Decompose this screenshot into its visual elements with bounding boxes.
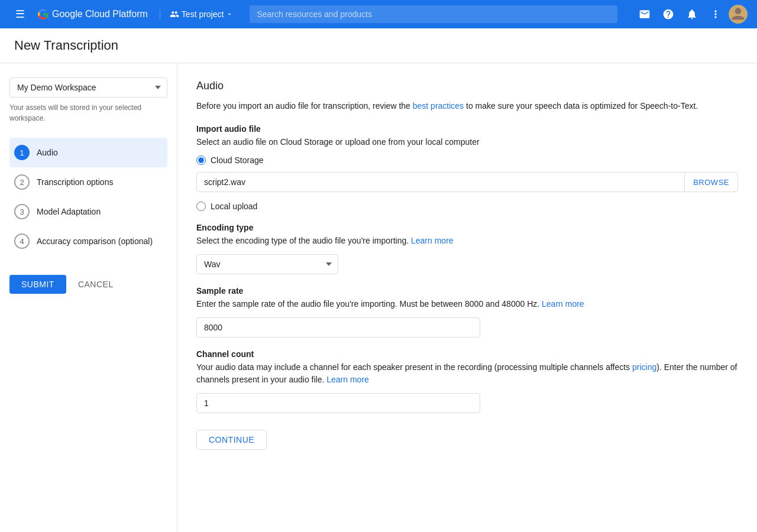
cloud-storage-radio[interactable] bbox=[196, 155, 206, 165]
browse-button[interactable]: BROWSE bbox=[684, 173, 737, 192]
notifications-button[interactable] bbox=[681, 4, 703, 25]
pricing-link[interactable]: pricing bbox=[632, 362, 656, 372]
more-button[interactable] bbox=[705, 4, 726, 25]
project-label: Test project bbox=[182, 9, 224, 19]
encoding-type-desc: Select the encoding type of the audio fi… bbox=[196, 235, 738, 247]
topbar: ☰ Google Cloud Platform Test project bbox=[0, 0, 757, 28]
sidebar-actions: SUBMIT CANCEL bbox=[9, 275, 167, 294]
user-avatar[interactable] bbox=[729, 5, 748, 24]
channel-count-desc: Your audio data may include a channel fo… bbox=[196, 361, 738, 386]
notifications-icon bbox=[686, 8, 698, 20]
project-selector[interactable]: Test project bbox=[160, 9, 234, 19]
step-label-accuracy: Accuracy comparison (optional) bbox=[37, 236, 153, 246]
project-icon bbox=[170, 9, 179, 19]
best-practices-link[interactable]: best practices bbox=[413, 101, 464, 111]
svg-point-0 bbox=[735, 8, 742, 14]
sample-rate-title: Sample rate bbox=[196, 286, 738, 296]
cloud-storage-label: Cloud Storage bbox=[211, 155, 264, 165]
channel-count-title: Channel count bbox=[196, 349, 738, 359]
main-layout: My Demo Workspace Your assets will be st… bbox=[0, 63, 757, 532]
step-circle-2: 2 bbox=[14, 174, 30, 190]
audio-section-title: Audio bbox=[196, 80, 738, 92]
local-upload-option[interactable]: Local upload bbox=[196, 202, 738, 211]
submit-button[interactable]: SUBMIT bbox=[9, 275, 66, 294]
search-input[interactable] bbox=[250, 5, 617, 23]
project-dropdown-icon bbox=[226, 11, 233, 18]
topbar-actions bbox=[634, 4, 748, 25]
step-label-transcription: Transcription options bbox=[37, 177, 113, 187]
step-label-model: Model Adaptation bbox=[37, 207, 101, 216]
help-button[interactable] bbox=[658, 4, 679, 25]
more-icon bbox=[710, 8, 722, 20]
step-item-accuracy[interactable]: 4 Accuracy comparison (optional) bbox=[9, 226, 167, 256]
content-area: Audio Before you import an audio file fo… bbox=[177, 63, 757, 532]
sample-rate-learn-more-link[interactable]: Learn more bbox=[542, 299, 584, 309]
email-button[interactable] bbox=[634, 4, 655, 25]
encoding-select[interactable]: Wav MP3 FLAC AMR LINEAR16 OGG_OPUS bbox=[196, 254, 338, 274]
file-path-input[interactable] bbox=[197, 173, 684, 192]
step-circle-4: 4 bbox=[14, 233, 30, 249]
encoding-learn-more-link[interactable]: Learn more bbox=[411, 236, 454, 245]
email-icon bbox=[639, 8, 651, 20]
google-logo-icon bbox=[38, 9, 48, 20]
local-upload-radio[interactable] bbox=[196, 202, 206, 211]
search-container bbox=[250, 5, 617, 23]
step-label-audio: Audio bbox=[37, 148, 58, 157]
cancel-button[interactable]: CANCEL bbox=[71, 275, 121, 294]
channel-count-input[interactable] bbox=[196, 393, 480, 413]
help-icon bbox=[662, 8, 674, 20]
storage-type-group: Cloud Storage bbox=[196, 155, 738, 165]
continue-button[interactable]: CONTINUE bbox=[196, 430, 267, 450]
sample-rate-desc: Enter the sample rate of the audio file … bbox=[196, 298, 738, 310]
encoding-type-title: Encoding type bbox=[196, 223, 738, 232]
workspace-select[interactable]: My Demo Workspace bbox=[9, 77, 167, 98]
page-title-bar: New Transcription bbox=[0, 28, 757, 63]
step-item-transcription[interactable]: 2 Transcription options bbox=[9, 167, 167, 197]
step-item-audio[interactable]: 1 Audio bbox=[9, 138, 167, 167]
workspace-note: Your assets will be stored in your selec… bbox=[9, 102, 167, 124]
section-intro: Before you import an audio file for tran… bbox=[196, 99, 738, 112]
step-circle-3: 3 bbox=[14, 204, 30, 219]
step-list: 1 Audio 2 Transcription options 3 Model … bbox=[9, 138, 167, 256]
file-input-row: BROWSE bbox=[196, 172, 738, 192]
app-name: Google Cloud Platform bbox=[52, 9, 148, 20]
step-item-model[interactable]: 3 Model Adaptation bbox=[9, 197, 167, 226]
import-audio-title: Import audio file bbox=[196, 124, 738, 134]
sample-rate-input[interactable] bbox=[196, 317, 480, 338]
cloud-storage-option[interactable]: Cloud Storage bbox=[196, 155, 738, 165]
sidebar: My Demo Workspace Your assets will be st… bbox=[0, 63, 177, 532]
page-title: New Transcription bbox=[14, 38, 118, 53]
channel-learn-more-link[interactable]: Learn more bbox=[326, 375, 369, 384]
menu-button[interactable]: ☰ bbox=[9, 4, 31, 25]
menu-icon: ☰ bbox=[15, 8, 25, 21]
step-circle-1: 1 bbox=[14, 145, 30, 160]
local-upload-label: Local upload bbox=[211, 202, 257, 211]
avatar-icon bbox=[729, 5, 748, 24]
import-audio-desc: Select an audio file on Cloud Storage or… bbox=[196, 136, 738, 148]
app-logo: Google Cloud Platform bbox=[38, 9, 148, 20]
